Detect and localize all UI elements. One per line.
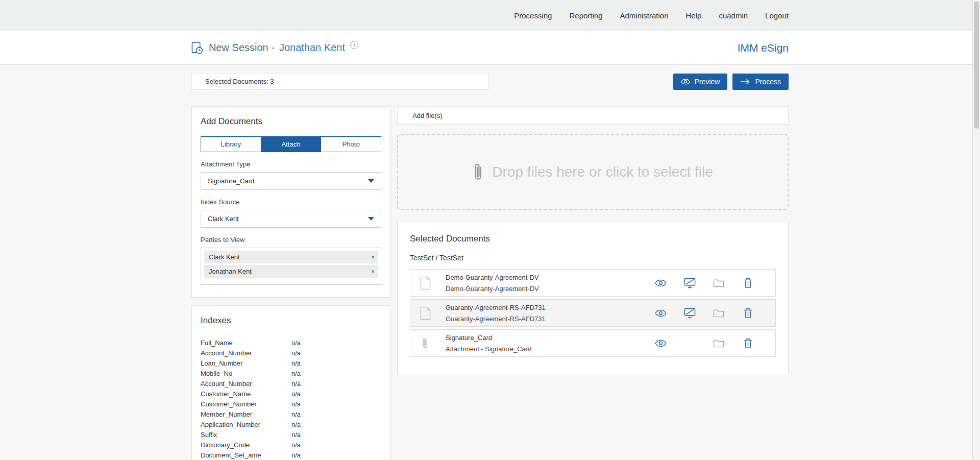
index-row: Full_Name n/a [201,338,381,348]
indexes-panel: Indexes Full_Name n/a Account_Number n/a [191,305,390,460]
index-value: n/a [291,369,301,379]
preview-button[interactable]: Preview [673,74,728,90]
index-label: Document_Set_ame [201,450,291,460]
document-subtitle: Guaranty-Agreement-RS-AFD731 [446,315,654,323]
index-row: Application_Number n/a [201,420,381,430]
attachment-icon [418,336,432,350]
index-label: Loan_Number [201,358,291,369]
document-actions [654,337,775,349]
dropzone-text: Drop files here or click to select file [492,164,713,180]
index-value: n/a [291,389,301,399]
paperclip-icon [473,162,484,182]
nav-item[interactable]: Logout [765,11,789,20]
info-icon[interactable]: i [350,41,358,49]
trash-icon[interactable] [742,337,754,349]
nav-item[interactable]: Processing [514,11,552,20]
document-title: Demo-Guaranty-Agreement-DV [446,274,654,281]
index-row: Member_Number n/a [201,409,381,420]
top-nav: Processing Reporting Administration Help… [0,0,980,31]
index-list: Full_Name n/a Account_Number n/a Loan_Nu… [201,338,381,460]
folder-icon[interactable] [713,277,725,289]
view-icon[interactable] [654,307,667,319]
nav-item[interactable]: Reporting [569,11,602,20]
page-title: New Session - [209,42,275,54]
index-label: Account_Number [201,379,291,389]
document-subtitle: Demo-Guaranty-Agreement-DV [446,285,654,293]
party-name: Clark Kent [209,253,240,261]
index-label: Suffix [201,430,291,440]
document-row: Guaranty-Agreement-RS-AFD731 Guaranty-Ag… [410,299,776,327]
attachment-type-label: Attachment Type [201,160,381,168]
session-icon [191,41,203,55]
index-row: Customer_Name n/a [201,389,381,399]
index-source-value: Clark Kent [208,215,239,223]
index-row: Mobile_No n/a [201,369,381,379]
selected-documents-panel: Selected Documents TestSet / TestSet Dem… [397,222,789,374]
document-actions [654,307,775,319]
process-button[interactable]: Process [732,74,789,90]
index-row: Document_Set_ame n/a [201,450,381,460]
document-actions [654,277,775,289]
add-documents-tabs: Library Attach Photo [201,136,381,152]
index-value: n/a [291,358,301,369]
add-documents-panel: Add Documents Library Attach Photo Attac… [191,106,390,298]
index-value: n/a [291,450,301,460]
index-source-label: Index Source [201,198,381,206]
tab-photo[interactable]: Photo [321,136,381,152]
party-name: Jonathan Kent [209,268,252,275]
view-icon[interactable] [654,277,667,289]
tab-attach[interactable]: Attach [261,136,322,152]
index-label: Full_Name [201,338,291,348]
trash-icon[interactable] [742,307,754,319]
trash-icon[interactable] [742,277,754,289]
main-content: Selected Documents: 3 Preview Process Ad… [191,65,789,460]
index-label: Application_Number [201,420,291,430]
index-value: n/a [291,338,301,348]
add-files-bar: Add file(s) [397,106,789,125]
document-icon [418,276,432,290]
monitor-off-icon[interactable] [683,307,696,319]
index-label: Account_Number [201,348,291,358]
process-button-label: Process [755,78,781,86]
folder-icon[interactable] [713,337,725,349]
index-value: n/a [291,430,301,440]
party-item[interactable]: Jonathan Kent × [204,265,378,278]
nav-item[interactable]: Administration [620,11,669,20]
session-user-link[interactable]: Jonathan Kent [279,42,345,54]
add-documents-title: Add Documents [201,116,381,127]
scrollbar[interactable] [972,0,980,460]
index-label: Mobile_No [201,369,291,379]
nav-item[interactable]: Help [686,11,702,20]
document-title: Guaranty-Agreement-RS-AFD731 [446,304,654,311]
brand-logo: IMM eSign [738,42,789,54]
index-row: Dictionary_Code n/a [201,440,381,450]
index-row: Account_Number n/a [201,379,381,389]
index-source-select[interactable]: Clark Kent [201,210,381,228]
document-subtitle: Attachment - Signature_Card [446,345,654,353]
index-row: Customer_Number n/a [201,399,381,409]
document-title: Signature_Card [446,334,654,342]
remove-party-icon[interactable]: × [371,269,375,275]
nav-item[interactable]: cuadmin [719,11,748,20]
parties-to-view-label: Parties to View [201,236,381,244]
attachment-type-select[interactable]: Signature_Card [201,172,381,190]
document-icon [418,306,432,320]
header: New Session - Jonathan Kent i IMM eSign [0,31,980,65]
add-files-label: Add file(s) [412,112,443,119]
remove-party-icon[interactable]: × [371,254,375,260]
file-dropzone[interactable]: Drop files here or click to select file [397,134,789,210]
tab-library[interactable]: Library [201,136,261,152]
parties-listbox: Clark Kent × Jonathan Kent × [201,248,381,285]
document-row: Signature_Card Attachment - Signature_Ca… [410,329,776,357]
attachment-type-value: Signature_Card [208,177,254,185]
party-item[interactable]: Clark Kent × [204,251,378,263]
monitor-off-icon[interactable] [683,277,696,289]
selected-documents-title: Selected Documents [410,234,776,244]
folder-icon[interactable] [713,307,725,319]
arrow-right-icon [740,79,750,85]
preview-button-label: Preview [695,78,720,86]
index-value: n/a [291,348,301,358]
view-icon[interactable] [654,337,667,349]
scrollbar-thumb[interactable] [974,1,979,129]
index-label: Customer_Number [201,399,291,409]
